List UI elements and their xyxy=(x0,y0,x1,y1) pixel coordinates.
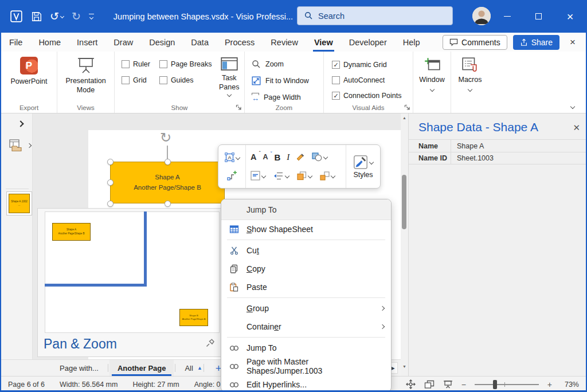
master-shape-thumbnail[interactable]: Shape A.1002 ... xyxy=(6,191,32,215)
close-panel-icon[interactable]: ✕ xyxy=(573,123,580,133)
zoom-button[interactable]: Zoom xyxy=(247,56,321,72)
align-text-button[interactable] xyxy=(251,171,265,181)
connector-button[interactable] xyxy=(227,170,237,181)
checkbox-autoconnect[interactable]: AutoConnect xyxy=(332,76,410,84)
tab-review[interactable]: Review xyxy=(263,33,306,52)
menu-item-copy[interactable]: Copy xyxy=(221,260,391,278)
comments-button[interactable]: Comments xyxy=(443,35,507,50)
rotation-handle-icon[interactable]: ↻ xyxy=(160,131,171,144)
menu-item-edit-hyperlinks[interactable]: Edit Hyperlinks... xyxy=(221,375,391,392)
scroll-down-icon[interactable]: ▼ xyxy=(401,364,408,369)
zoom-slider-thumb[interactable] xyxy=(493,380,497,389)
italic-button[interactable]: I xyxy=(287,152,289,162)
switch-windows-icon[interactable] xyxy=(424,380,435,389)
all-pages-button[interactable]: All ▲ xyxy=(185,364,202,373)
tab-draw[interactable]: Draw xyxy=(105,33,141,52)
zoom-in-icon[interactable]: + xyxy=(547,380,552,389)
menu-item-show-shapesheet[interactable]: Show ShapeSheet xyxy=(221,220,391,238)
selection-handle[interactable] xyxy=(165,201,171,207)
save-icon[interactable] xyxy=(32,11,42,22)
zoom-level[interactable]: 73% xyxy=(561,381,579,389)
tab-file[interactable]: File xyxy=(1,33,30,52)
visual-aids-dialog-launcher-icon[interactable] xyxy=(404,104,410,111)
minimize-button[interactable] xyxy=(491,0,523,33)
show-dialog-launcher-icon[interactable] xyxy=(236,104,242,111)
menu-item-page-with-master-shapes[interactable]: Page with Master Shapes/Jumper.1003 xyxy=(221,357,391,375)
close-pane-icon[interactable]: × xyxy=(565,37,580,48)
customize-qat-icon[interactable] xyxy=(89,14,94,19)
presentation-mode-status-icon[interactable] xyxy=(443,380,453,389)
shape-a[interactable]: Shape A Another Page/Shape B xyxy=(110,162,225,203)
viewport-rect-bottom-edge[interactable] xyxy=(45,284,147,287)
status-height[interactable]: Height: 27 mm xyxy=(132,381,179,389)
page-tab-another-page[interactable]: Another Page xyxy=(109,360,174,376)
tab-data[interactable]: Data xyxy=(183,33,217,52)
powerpoint-button[interactable]: P PowerPoint xyxy=(3,56,54,103)
zoom-slider[interactable] xyxy=(475,380,539,389)
bring-forward-button[interactable] xyxy=(297,171,312,181)
text-box-button[interactable]: A xyxy=(225,152,240,162)
tab-design[interactable]: Design xyxy=(141,33,183,52)
undo-icon[interactable]: ↺ xyxy=(50,11,64,22)
tab-home[interactable]: Home xyxy=(30,33,69,52)
checkbox-guides[interactable]: Guides xyxy=(159,76,212,84)
checkbox-page-breaks[interactable]: Page Breaks xyxy=(159,60,212,68)
pan-zoom-status-icon[interactable] xyxy=(406,379,416,389)
selection-handle[interactable] xyxy=(107,179,114,186)
share-button[interactable]: Share xyxy=(513,35,559,50)
status-width[interactable]: Width: 56.564 mm xyxy=(60,381,118,389)
ribbon-group-window: Window xyxy=(413,52,451,113)
group-shapes-button[interactable] xyxy=(320,171,335,181)
checkbox-ruler[interactable]: Ruler xyxy=(122,60,150,68)
menu-item-group[interactable]: Group xyxy=(221,299,391,317)
submenu-arrow-icon xyxy=(380,306,385,311)
scroll-up-icon[interactable]: ▲ xyxy=(401,116,408,120)
window-button[interactable]: Window xyxy=(416,56,448,103)
shrink-font-button[interactable]: Aˇ xyxy=(263,153,268,161)
menu-item-paste[interactable]: Paste xyxy=(221,278,391,296)
position-button[interactable] xyxy=(273,171,289,181)
menu-item-cut[interactable]: Cut xyxy=(221,241,391,260)
collapse-ribbon-icon[interactable] xyxy=(570,104,575,109)
scrollbar-thumb[interactable] xyxy=(402,175,406,229)
status-page-indicator[interactable]: Page 6 of 6 xyxy=(8,381,45,389)
tab-insert[interactable]: Insert xyxy=(69,33,105,52)
checkbox-grid[interactable]: Grid xyxy=(122,76,150,84)
macros-button[interactable]: Macros xyxy=(453,56,487,103)
close-button[interactable]: × xyxy=(554,0,586,33)
search-input[interactable] xyxy=(318,11,445,21)
zoom-out-icon[interactable]: − xyxy=(461,380,466,389)
styles-button[interactable]: Styles xyxy=(346,145,380,188)
page-width-button[interactable]: ↔ Page Width xyxy=(247,89,321,105)
tab-help[interactable]: Help xyxy=(395,33,428,52)
tab-view[interactable]: View xyxy=(306,33,341,52)
format-painter-icon[interactable] xyxy=(296,152,306,162)
avatar[interactable] xyxy=(472,7,491,25)
page-tab-1[interactable]: Page with... xyxy=(52,360,107,376)
menu-item-jump-to[interactable]: Jump To xyxy=(221,339,391,357)
ribbon: P PowerPoint Export Presentation Mode Vi… xyxy=(1,52,586,113)
presentation-mode-button[interactable]: Presentation Mode xyxy=(60,56,112,103)
checkbox-connection-points[interactable]: Connection Points xyxy=(332,92,410,100)
expand-shapes-icon[interactable] xyxy=(17,120,24,127)
search-box[interactable] xyxy=(297,6,453,25)
grow-font-button[interactable]: Aˆ xyxy=(251,152,256,162)
viewport-rect-right-edge[interactable] xyxy=(144,211,147,287)
menu-item-container[interactable]: Container xyxy=(221,317,391,336)
task-panes-button[interactable]: Task Panes xyxy=(216,56,242,103)
fit-to-window-button[interactable]: Fit to Window xyxy=(247,72,321,89)
selection-handle[interactable] xyxy=(107,159,114,165)
redo-icon[interactable]: ↻ xyxy=(72,11,81,22)
undo-dropdown-icon[interactable] xyxy=(60,14,64,18)
checkbox-dynamic-grid[interactable]: Dynamic Grid xyxy=(332,61,410,69)
change-shape-button[interactable] xyxy=(312,152,327,162)
stencil-icon[interactable] xyxy=(9,139,31,152)
maximize-button[interactable] xyxy=(523,0,554,33)
selection-handle[interactable] xyxy=(165,159,171,165)
visio-logo-icon[interactable] xyxy=(10,10,24,23)
bold-button[interactable]: B xyxy=(275,152,281,162)
pin-icon[interactable] xyxy=(206,338,215,347)
selection-handle[interactable] xyxy=(107,201,114,207)
tab-process[interactable]: Process xyxy=(217,33,263,52)
tab-developer[interactable]: Developer xyxy=(341,33,395,52)
